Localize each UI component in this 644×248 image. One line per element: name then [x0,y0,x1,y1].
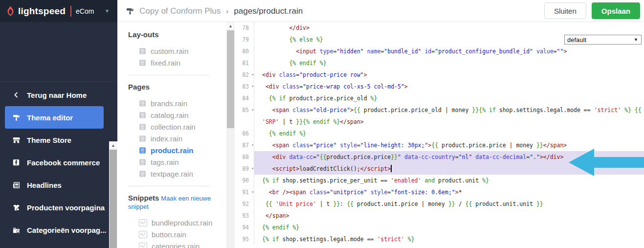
chevron-left-icon [12,91,21,98]
line-number: 87▾ [235,139,254,151]
code-editor[interactable]: 78 </div>79 {% else %}80 <input type="hi… [235,22,644,248]
scroll-up-arrow-icon[interactable]: ▲ [226,22,235,30]
sidebar-item-terug-naar-home[interactable]: Terug naar Home [0,84,109,106]
group-divider [128,75,210,75]
sidebar-menu: Terug naar HomeThema editorTheme StoreFa… [0,84,109,241]
file-item-label: collection.rain [151,123,196,131]
code-line-94[interactable]: 94{% endif %} [235,222,644,233]
code-line-91[interactable]: 91▾ <br /><span class="unitprice" style=… [235,186,644,198]
code-line-78[interactable]: 78 </div> [235,22,644,34]
file-icon [139,123,146,131]
file-item-index-rain[interactable]: index.rain [128,133,226,144]
file-item-label: custom.rain [151,47,189,55]
sidebar-item-label: Producten voorpagina [27,203,105,212]
code-line-81[interactable]: 81 {% endif %} [235,57,644,69]
code-text: <span class="old-price">{{ product.price… [254,104,644,116]
file-item-label: textpage.rain [151,170,193,178]
file-item-product-rain[interactable]: product.rain [128,144,226,156]
file-item-brands-rain[interactable]: brands.rain [128,97,226,109]
filepanel-scrollbar[interactable]: ▲ [226,22,235,248]
scroll-up-arrow-icon[interactable]: ▲ [109,141,117,149]
code-line-92[interactable]: 92 {{ 'Unit price' | t }}: {{ product.un… [235,198,644,210]
fold-arrow-icon[interactable]: ▾ [251,139,254,151]
file-icon [139,100,146,107]
file-group-snippets: SnippetsMaak een nieuwe snippet</bundlep… [128,194,226,248]
code-line-80[interactable]: 80 <input type="hidden" name="bundle_id"… [235,45,644,57]
code-text: {% if product.price.price_old %} [254,92,644,104]
sidebar-scrollbar[interactable]: ▲ [109,141,117,248]
sidebar-item-producten-voorpagina[interactable]: Producten voorpagina [0,196,109,219]
file-item-custom-rain[interactable]: custom.rain [128,45,226,57]
file-icon [139,147,146,154]
folder-icon [12,226,21,234]
save-button[interactable]: Opslaan [592,2,640,19]
line-number: 95 [235,233,254,245]
code-text: {% endif %} [254,57,644,69]
breadcrumb-theme-name[interactable]: Copy of Conform Plus [139,6,221,16]
file-item-collection-rain[interactable]: collection.rain [128,121,226,133]
brand-dropdown-chevron-icon[interactable]: ▼ [105,8,110,14]
code-line-84[interactable]: 84 {% if product.price.price_old %} [235,92,644,104]
fold-arrow-icon[interactable]: ▾ [251,104,254,116]
code-text: {% if shop.settings.legal.mode == 'stric… [254,233,644,245]
file-item-bundleproduct-rain[interactable]: </bundleproduct.rain [128,217,226,228]
file-item-textpage-rain[interactable]: textpage.rain [128,168,226,180]
file-item-label: index.rain [151,135,182,143]
line-number: 88 [235,151,254,163]
group-divider [128,186,210,186]
code-text: <div class="price-wrap col-xs-5 col-md-5… [254,81,644,92]
line-number: 89▾ [235,163,254,175]
sidebar-item-label: Categorieën voorpag... [27,226,107,234]
sidebar-item-theme-store[interactable]: Theme Store [0,129,109,151]
breadcrumb: Copy of Conform Plus › pages/product.rai… [126,0,303,22]
code-line-85[interactable]: 85▾ <span class="old-price">{{ product.p… [235,104,644,116]
sidebar-item-label: Terug naar Home [27,91,87,99]
lightspeed-logo: lightspeed eCom ▼ [0,0,117,22]
paint-roller-icon [12,114,21,121]
line-number: 80 [235,45,254,57]
store-icon [12,136,21,144]
chevron-down-icon: ▼ [634,37,638,42]
code-line-86[interactable]: 86 {% endif %} [235,128,644,139]
line-number: 93 [235,210,254,222]
fold-arrow-icon[interactable]: ▾ [251,163,254,175]
sidebar-item-label: Facebook commerce [27,158,100,167]
file-item-fixed-rain[interactable]: fixed.rain [128,57,226,68]
file-item-tags-rain[interactable]: tags.rain [128,156,226,168]
sidebar-item-facebook-commerce[interactable]: Facebook commerce [0,151,109,174]
file-item-label: catalog.rain [151,111,189,119]
file-icon [139,170,146,178]
fold-arrow-icon[interactable]: ▾ [251,186,254,198]
filepanel-scrollbar-thumb[interactable] [227,30,234,128]
new-snippet-link[interactable]: Maak een nieuwe snippet [128,195,211,210]
file-item-button-rain[interactable]: </button.rain [128,228,226,240]
code-line-wrap[interactable]: 'SRP' | t }}{% endif %}</span> [235,116,644,128]
version-select[interactable]: default ▼ [564,35,642,45]
code-text: {{ 'Unit price' | t }}: {{ product.unit.… [254,198,644,210]
code-line-82[interactable]: 82▾<div class="product-price row"> [235,69,644,81]
file-item-catalog-rain[interactable]: catalog.rain [128,109,226,121]
breadcrumb-file-path: pages/product.rain [234,6,303,16]
sidebar-item-thema-editor[interactable]: Thema editor [5,106,104,129]
code-line-95[interactable]: 95{% if shop.settings.legal.mode == 'str… [235,233,644,245]
code-line-83[interactable]: 83▾ <div class="price-wrap col-xs-5 col-… [235,81,644,92]
file-item-label: button.rain [152,230,186,239]
sidebar-item-label: Theme Store [27,136,71,144]
file-group-title: Lay-outs [128,30,226,39]
flame-icon [6,6,15,16]
sidebar-item-categorieen-voorpagina[interactable]: Categorieën voorpag... [0,219,109,241]
brand-name: lightspeed [18,6,66,17]
file-groups: Lay-outscustom.rainfixed.rainPagesbrands… [117,22,226,248]
file-icon [139,158,146,166]
sidebar-scrollbar-thumb[interactable] [110,150,117,248]
newspaper-icon [12,181,21,189]
code-line-93[interactable]: 93 </span> [235,210,644,222]
file-item-categories-rain[interactable]: </categories.rain [128,240,226,248]
sidebar-item-headlines[interactable]: Headlines [0,174,109,196]
fold-arrow-icon[interactable]: ▾ [251,81,254,92]
close-button[interactable]: Sluiten [544,2,586,19]
code-lines: 78 </div>79 {% else %}80 <input type="hi… [235,22,644,245]
file-item-label: tags.rain [151,158,179,166]
fold-arrow-icon[interactable]: ▾ [251,69,254,81]
file-icon [139,135,146,142]
